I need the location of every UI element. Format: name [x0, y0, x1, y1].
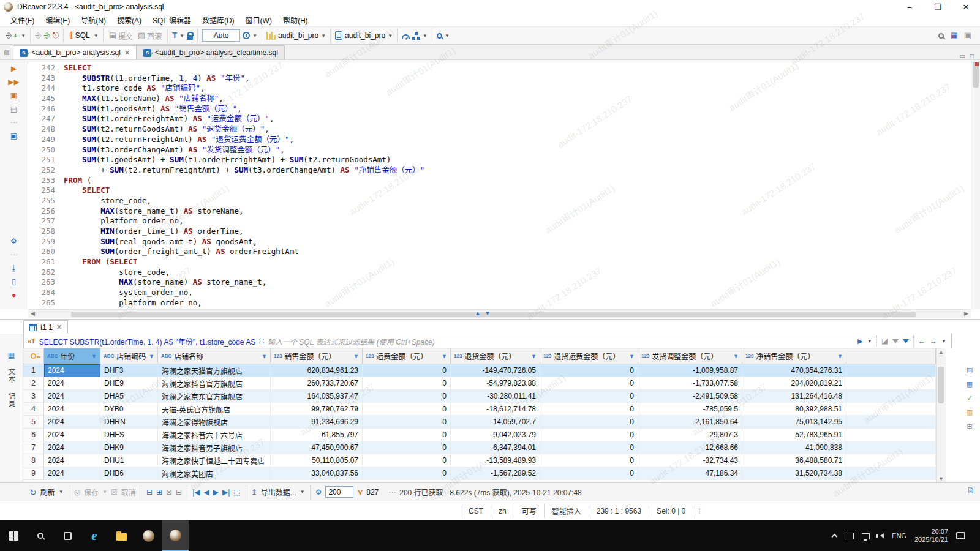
- sql-caret-icon[interactable]: ▼: [94, 33, 99, 39]
- filter-settings-icon[interactable]: [903, 339, 909, 343]
- grid-cell[interactable]: 0: [363, 403, 451, 416]
- row-number[interactable]: 2: [23, 377, 44, 390]
- menu-item[interactable]: 数据库(D): [197, 13, 240, 26]
- grid-cell[interactable]: 620,834,961.23: [271, 364, 363, 377]
- grid-cell[interactable]: -18,612,714.78: [451, 403, 540, 416]
- export-result-icon[interactable]: ⭳: [10, 264, 18, 272]
- grid-cell[interactable]: 75,013,142.95: [742, 416, 846, 429]
- reconnect-icon[interactable]: ⎆: [44, 31, 50, 40]
- grid-cell[interactable]: 0: [540, 441, 638, 454]
- sql-editor-button[interactable]: ⟦ SQL: [68, 31, 91, 40]
- grid-cell[interactable]: -1,567,289.52: [451, 467, 540, 480]
- table-row[interactable]: 12024DHF3海澜之家天猫官方旗舰店620,834,961.230-149,…: [23, 364, 936, 377]
- statusbar-more-icon[interactable]: ⁞: [698, 507, 701, 515]
- code-line[interactable]: 257 platform_order_no,: [28, 216, 971, 227]
- nav-forward-icon[interactable]: →: [930, 337, 937, 345]
- column-header[interactable]: 123运费金额（元）▼: [363, 348, 451, 364]
- grid-cell[interactable]: 31,520,734.38: [742, 467, 846, 480]
- column-filter-caret-icon[interactable]: ▼: [91, 353, 97, 359]
- grid-cell[interactable]: 2024: [44, 441, 100, 454]
- table-row[interactable]: 72024DHK9海澜之家抖音男子旗舰店47,450,900.670-6,347…: [23, 441, 936, 454]
- aggregate-icon[interactable]: ▥: [966, 408, 974, 416]
- editor-vertical-scrollbar[interactable]: [971, 60, 980, 309]
- table-row[interactable]: 62024DHFS海澜之家抖音六十六号店61,855,7970-9,042,02…: [23, 429, 936, 441]
- grid-cell[interactable]: 47,186.34: [638, 467, 742, 480]
- code-line[interactable]: 247 SUM(t1.orderFreightAmt) AS "运费金额（元）"…: [28, 114, 971, 124]
- network-icon[interactable]: [412, 32, 420, 40]
- column-header[interactable]: ABC年份▼: [44, 348, 100, 364]
- view-menu-icon[interactable]: ▤: [4, 49, 9, 56]
- grid-vertical-scrollbar[interactable]: ▲ ▼: [936, 348, 946, 482]
- open-perspective-icon[interactable]: ▦: [950, 31, 957, 40]
- commit-button[interactable]: ▤提交: [108, 30, 134, 42]
- grid-cell[interactable]: DHRN: [100, 416, 158, 429]
- prev-page-icon[interactable]: ◀: [203, 488, 209, 497]
- text-view-tab[interactable]: 文本: [7, 368, 17, 384]
- save-caret-icon[interactable]: ▼: [102, 489, 107, 495]
- results-tab-close-icon[interactable]: ✕: [56, 323, 62, 331]
- save-button[interactable]: 保存: [84, 487, 99, 497]
- scroll-up-icon[interactable]: ▲: [937, 349, 946, 355]
- grid-cell[interactable]: 99,790,762.79: [271, 403, 363, 416]
- column-filter-caret-icon[interactable]: ▼: [442, 353, 447, 359]
- grid-cell[interactable]: 海澜之家天猫官方旗舰店: [158, 364, 271, 377]
- column-header[interactable]: 123退货金额（元）▼: [451, 348, 540, 364]
- grid-cell[interactable]: 260,733,720.67: [271, 377, 363, 390]
- code-area[interactable]: 242SELECT243 SUBSTR(t1.orderTime, 1, 4) …: [28, 60, 971, 309]
- code-line[interactable]: 258 MIN(order_time_t) AS orderTime,: [28, 227, 971, 237]
- connection-selector[interactable]: audit_bi_pro: [278, 31, 318, 40]
- file-explorer-icon[interactable]: [108, 520, 135, 551]
- cancel-icon[interactable]: ☒: [111, 488, 118, 497]
- grid-cell[interactable]: 海澜之家快手恒越二十四专卖店: [158, 454, 271, 467]
- grid-cell[interactable]: 41,090,838: [742, 441, 846, 454]
- code-line[interactable]: 265 platform_order_no,: [28, 298, 971, 309]
- results-tab-t1[interactable]: t1 1 ✕: [23, 320, 68, 334]
- grid-cell[interactable]: 0: [540, 429, 638, 441]
- grid-cell[interactable]: -785,059.5: [638, 403, 742, 416]
- column-header[interactable]: 123净销售金额（元）▼: [742, 348, 846, 364]
- code-line[interactable]: 243 SUBSTR(t1.orderTime, 1, 4) AS "年份",: [28, 73, 971, 84]
- grid-cell[interactable]: 47,450,900.67: [271, 441, 363, 454]
- grid-cell[interactable]: 36,488,580.71: [742, 454, 846, 467]
- grid-cell[interactable]: -14,059,702.7: [451, 416, 540, 429]
- grid-cell[interactable]: 海澜之家抖音男子旗舰店: [158, 441, 271, 454]
- grid-cell[interactable]: 0: [540, 454, 638, 467]
- nav-caret-icon[interactable]: ▼: [941, 339, 946, 344]
- grid-view-icon[interactable]: ▦: [8, 351, 15, 359]
- record-view-tab[interactable]: 记录: [7, 392, 17, 408]
- grid-cell[interactable]: -12,668.66: [638, 441, 742, 454]
- last-page-icon[interactable]: ▶|: [222, 488, 230, 497]
- calc-panel-icon[interactable]: ⊞: [966, 422, 974, 430]
- statusbar-segment[interactable]: 可写: [514, 504, 544, 518]
- scroll-left-icon[interactable]: ◀: [31, 310, 35, 317]
- grid-cell[interactable]: 2024: [44, 377, 100, 390]
- code-line[interactable]: 242SELECT: [28, 63, 971, 73]
- table-row[interactable]: 92024DHB6海澜之家美团店33,040,837.560-1,567,289…: [23, 467, 936, 480]
- column-header[interactable]: ABC店铺编码▼: [100, 348, 158, 364]
- fetch-size-input[interactable]: [325, 486, 353, 498]
- minimize-button[interactable]: –: [895, 0, 924, 13]
- code-line[interactable]: 255 store_code,: [28, 196, 971, 206]
- code-line[interactable]: 252 + SUM(t2.returnFreightAmt) + SUM(t3.…: [28, 165, 971, 176]
- grid-cell[interactable]: 52,783,965.91: [742, 429, 846, 441]
- grid-cell[interactable]: 海澜之家得物旗舰店: [158, 416, 271, 429]
- grid-cell[interactable]: 164,035,937.47: [271, 390, 363, 403]
- next-page-icon[interactable]: ▶: [213, 488, 219, 497]
- output-console-icon[interactable]: ▣: [10, 132, 17, 140]
- results-grid[interactable]: ABC年份▼ABC店铺编码▼ABC店铺名称▼123销售金额（元）▼123运费金额…: [23, 348, 936, 482]
- touch-keyboard-icon[interactable]: [845, 533, 854, 539]
- statusbar-segment[interactable]: CST: [461, 505, 491, 517]
- taskbar-search-icon[interactable]: [27, 520, 54, 551]
- grid-cell[interactable]: 海澜之家抖音官方旗舰店: [158, 377, 271, 390]
- grid-cell[interactable]: 0: [540, 377, 638, 390]
- row-number[interactable]: 4: [23, 403, 44, 416]
- ie-icon[interactable]: e: [81, 520, 108, 551]
- connection-caret-icon[interactable]: ▼: [321, 33, 326, 39]
- network-tray-icon[interactable]: [862, 533, 870, 539]
- menu-item[interactable]: 编辑(E): [40, 13, 75, 26]
- grid-cell[interactable]: -54,979,823.88: [451, 377, 540, 390]
- statusbar-segment[interactable]: 智能插入: [544, 504, 589, 518]
- grid-cell[interactable]: 0: [363, 454, 451, 467]
- code-line[interactable]: 248 SUM(t2.returnGoodsAmt) AS "退货金额（元）",: [28, 124, 971, 135]
- grid-cell[interactable]: DYB0: [100, 403, 158, 416]
